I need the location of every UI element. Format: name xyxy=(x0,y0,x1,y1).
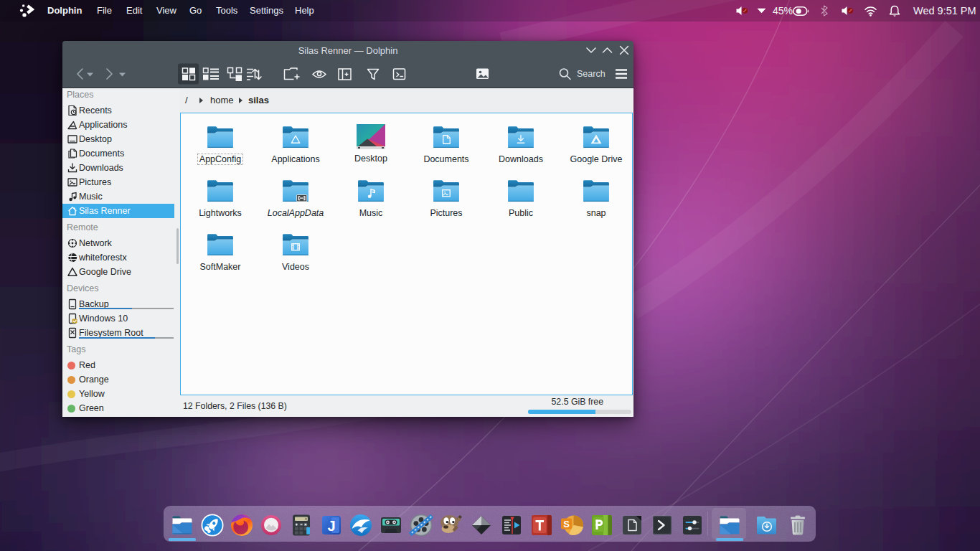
svg-text:S: S xyxy=(563,519,570,529)
svg-text:J: J xyxy=(327,518,335,534)
